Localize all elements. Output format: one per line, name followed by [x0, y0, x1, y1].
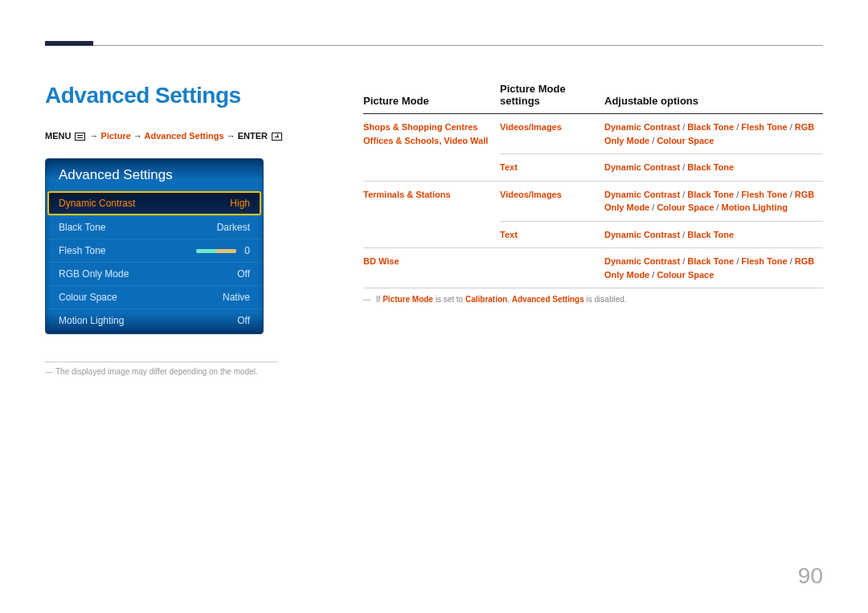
- options-table: Picture Mode Picture Mode settings Adjus…: [363, 83, 823, 288]
- table-row: Terminals & StationsVideos/ImagesDynamic…: [363, 181, 823, 221]
- osd-row-label: Flesh Tone: [59, 245, 105, 256]
- breadcrumb-enter: ENTER: [238, 131, 268, 141]
- osd-row[interactable]: RGB Only ModeOff: [47, 262, 261, 285]
- left-column: Advanced Settings MENU → Picture → Advan…: [45, 83, 318, 376]
- breadcrumb: MENU → Picture → Advanced Settings → ENT…: [45, 131, 318, 141]
- breadcrumb-menu: MENU: [45, 131, 71, 141]
- osd-row-value: Native: [223, 292, 250, 303]
- cell-picture-mode: Shops & Shopping Centres Offices & Schoo…: [363, 114, 500, 182]
- osd-row-label: Motion Lighting: [59, 315, 124, 326]
- th-adjustable-options: Adjustable options: [604, 83, 823, 114]
- osd-row-value: Off: [237, 315, 250, 326]
- osd-title: Advanced Settings: [47, 161, 261, 191]
- osd-panel: Advanced Settings Dynamic ContrastHighBl…: [45, 158, 264, 334]
- osd-row-value: High: [230, 198, 250, 209]
- cell-setting: Text: [500, 221, 604, 248]
- osd-row-label: Dynamic Contrast: [59, 198, 135, 209]
- cell-options: Dynamic Contrast / Black Tone: [604, 221, 823, 248]
- page-number: 90: [798, 563, 823, 589]
- table-row: Shops & Shopping Centres Offices & Schoo…: [363, 114, 823, 154]
- osd-row-value: Off: [237, 268, 250, 280]
- cell-options: Dynamic Contrast / Black Tone / Flesh To…: [604, 181, 823, 221]
- page-layout: Advanced Settings MENU → Picture → Advan…: [45, 83, 823, 376]
- cell-picture-mode: BD Wise: [363, 248, 500, 288]
- osd-row[interactable]: Black ToneDarkest: [47, 215, 261, 239]
- top-rule: [45, 45, 823, 46]
- osd-row[interactable]: Flesh Tone0: [47, 239, 261, 262]
- osd-row-label: RGB Only Mode: [59, 268, 129, 280]
- breadcrumb-picture: Picture: [101, 131, 131, 141]
- osd-row-label: Colour Space: [59, 292, 117, 303]
- menu-icon: [75, 133, 85, 141]
- cell-options: Dynamic Contrast / Black Tone / Flesh To…: [604, 114, 823, 154]
- page-title: Advanced Settings: [45, 83, 318, 108]
- osd-row-value: 0: [244, 245, 250, 256]
- table-row: BD WiseDynamic Contrast / Black Tone / F…: [363, 248, 823, 288]
- osd-footnote: The displayed image may differ depending…: [45, 362, 278, 376]
- cell-picture-mode: Terminals & Stations: [363, 181, 500, 248]
- cell-setting: [500, 248, 604, 288]
- cell-setting: Videos/Images: [500, 181, 604, 221]
- cell-options: Dynamic Contrast / Black Tone: [604, 154, 823, 182]
- enter-icon: [272, 133, 282, 141]
- breadcrumb-advanced: Advanced Settings: [145, 131, 224, 141]
- cell-setting: Text: [500, 154, 604, 182]
- osd-row-label: Black Tone: [59, 222, 105, 233]
- th-picture-mode: Picture Mode: [363, 83, 500, 114]
- slider-icon: [196, 249, 236, 253]
- osd-row[interactable]: Motion LightingOff: [47, 309, 261, 332]
- osd-row[interactable]: Colour SpaceNative: [47, 285, 261, 309]
- cell-options: Dynamic Contrast / Black Tone / Flesh To…: [604, 248, 823, 288]
- osd-row[interactable]: Dynamic ContrastHigh: [47, 191, 261, 215]
- th-picture-mode-settings: Picture Mode settings: [500, 83, 604, 114]
- cell-setting: Videos/Images: [500, 114, 604, 154]
- right-column: Picture Mode Picture Mode settings Adjus…: [363, 83, 823, 376]
- osd-row-value: Darkest: [217, 222, 250, 233]
- table-footnote: If Picture Mode is set to Calibration, A…: [363, 295, 823, 304]
